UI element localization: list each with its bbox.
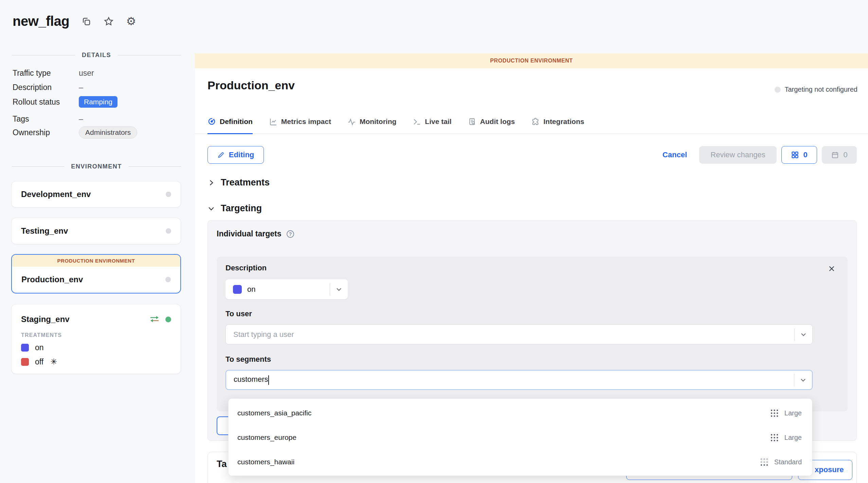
status-dot-gray	[166, 192, 171, 197]
copy-icon[interactable]	[81, 16, 92, 27]
environment-heading: ENVIRONMENT	[71, 163, 122, 170]
description-label: Description	[13, 83, 79, 92]
env-name-development: Development_env	[21, 190, 91, 199]
to-user-input[interactable]	[233, 330, 794, 339]
segment-size-standard-icon	[760, 458, 769, 467]
segment-size-large-icon	[770, 409, 779, 418]
bottom-section-heading-fragment: Ta	[217, 459, 227, 469]
feature-flag-page: new_flag ⚙ DETAILS Traffic type user Des…	[0, 0, 868, 483]
segment-size-large-icon	[770, 433, 779, 442]
detail-row-tags: Tags –	[13, 114, 182, 124]
treatment-select-value: on	[247, 285, 330, 294]
tab-live-tail[interactable]: Live tail	[413, 114, 451, 133]
segment-option-europe[interactable]: customers_europe Large	[229, 425, 812, 450]
close-icon[interactable]	[827, 264, 836, 273]
production-environment-banner-sidebar: PRODUCTION ENVIRONMENT	[12, 255, 180, 267]
help-icon[interactable]: ?	[286, 230, 295, 238]
env-name-testing: Testing_env	[21, 226, 68, 236]
ownership-label: Ownership	[13, 128, 79, 137]
puzzle-icon	[531, 118, 540, 126]
environment-divider: ENVIRONMENT	[12, 163, 181, 170]
chevron-down-icon[interactable]	[795, 330, 812, 339]
segment-option-asia-pacific[interactable]: customers_asia_pacific Large	[229, 401, 812, 425]
traffic-type-value: user	[79, 69, 94, 78]
page-title: Production_env	[207, 79, 295, 92]
editing-button[interactable]: Editing	[207, 146, 264, 164]
to-user-label: To user	[225, 309, 252, 318]
calendar-icon	[831, 151, 839, 159]
description-value: –	[79, 83, 83, 92]
rollout-status-badge[interactable]: Ramping	[79, 96, 117, 108]
review-changes-button[interactable]: Review changes	[699, 146, 777, 164]
gear-icon[interactable]: ⚙	[126, 16, 137, 27]
treatment-select[interactable]: on	[225, 279, 348, 299]
segments-dropdown: customers_asia_pacific Large customers_e…	[228, 398, 812, 476]
description-field-label: Description	[225, 264, 267, 272]
svg-text:?: ?	[289, 231, 292, 237]
definition-icon	[207, 117, 216, 126]
treatments-heading: TREATMENTS	[12, 324, 181, 338]
cancel-button[interactable]: Cancel	[663, 150, 687, 159]
to-segments-input[interactable]: customers	[225, 370, 813, 390]
detail-row-ownership: Ownership Administrators	[13, 126, 182, 139]
individual-target-rule-card: Description on To user	[217, 257, 848, 411]
treatments-section-header[interactable]: Treatments	[207, 177, 270, 188]
chevron-down-icon[interactable]	[794, 376, 812, 384]
treatment-color-swatch	[233, 285, 242, 294]
env-name-staging: Staging_env	[21, 315, 70, 324]
details-divider: DETAILS	[12, 52, 181, 59]
tab-audit-logs[interactable]: Audit logs	[468, 114, 515, 133]
audit-log-icon	[468, 118, 476, 126]
scheduled-count-button[interactable]: 0	[822, 146, 857, 164]
treatment-row-on: on	[12, 338, 181, 352]
flag-title: new_flag	[13, 14, 69, 29]
ownership-pill[interactable]: Administrators	[79, 126, 137, 139]
chevron-right-icon	[207, 179, 215, 186]
tab-definition[interactable]: Definition	[207, 114, 253, 134]
treatment-on-label: on	[35, 343, 44, 352]
treatment-off-label: off	[35, 357, 43, 366]
env-name-production: Production_env	[21, 275, 83, 284]
status-dot-green	[165, 317, 171, 322]
sync-arrows-icon	[149, 315, 160, 324]
to-user-input-wrap	[225, 324, 813, 344]
star-icon[interactable]	[103, 16, 114, 27]
changes-count-button[interactable]: 0	[781, 146, 817, 164]
main-panel: PRODUCTION ENVIRONMENT Production_env Ta…	[195, 0, 868, 483]
production-environment-banner: PRODUCTION ENVIRONMENT	[195, 53, 868, 68]
targeting-status: Targeting not configured	[775, 86, 857, 93]
env-card-testing[interactable]: Testing_env	[11, 218, 181, 244]
status-dot-gray	[166, 228, 171, 234]
env-card-development[interactable]: Development_env	[11, 181, 181, 208]
metrics-chart-icon	[269, 118, 277, 126]
targeting-status-dot	[775, 87, 781, 93]
grid-icon	[791, 151, 799, 159]
to-segments-label: To segments	[225, 355, 271, 364]
targeting-status-text: Targeting not configured	[784, 86, 857, 93]
treatment-off-swatch	[21, 358, 29, 366]
detail-row-description: Description –	[13, 83, 182, 92]
tab-metrics-impact[interactable]: Metrics impact	[269, 114, 331, 133]
detail-row-traffic-type: Traffic type user	[13, 69, 182, 78]
pulse-icon	[347, 118, 356, 126]
targeting-section-header[interactable]: Targeting	[207, 203, 262, 214]
tab-monitoring[interactable]: Monitoring	[347, 114, 396, 133]
rollout-status-label: Rollout status	[13, 97, 79, 107]
chevron-down-icon	[207, 205, 215, 212]
exposure-button-label-fragment: xposure	[815, 465, 844, 474]
chevron-down-icon[interactable]	[330, 285, 348, 293]
details-heading: DETAILS	[82, 52, 111, 59]
terminal-icon	[413, 118, 421, 126]
tab-integrations[interactable]: Integrations	[531, 114, 584, 133]
tags-value: –	[79, 114, 83, 124]
env-card-production[interactable]: PRODUCTION ENVIRONMENT Production_env	[11, 254, 181, 293]
status-dot-gray	[165, 277, 171, 282]
tags-label: Tags	[13, 114, 79, 124]
detail-row-rollout-status: Rollout status Ramping	[13, 96, 182, 108]
traffic-type-label: Traffic type	[13, 69, 79, 78]
env-card-staging[interactable]: Staging_env TREATMENTS on off ✳	[11, 304, 181, 374]
treatment-on-swatch	[21, 344, 29, 352]
segment-option-hawaii[interactable]: customers_hawaii Standard	[229, 450, 812, 474]
default-treatment-icon: ✳	[50, 357, 57, 366]
treatment-row-off: off ✳	[12, 352, 181, 366]
